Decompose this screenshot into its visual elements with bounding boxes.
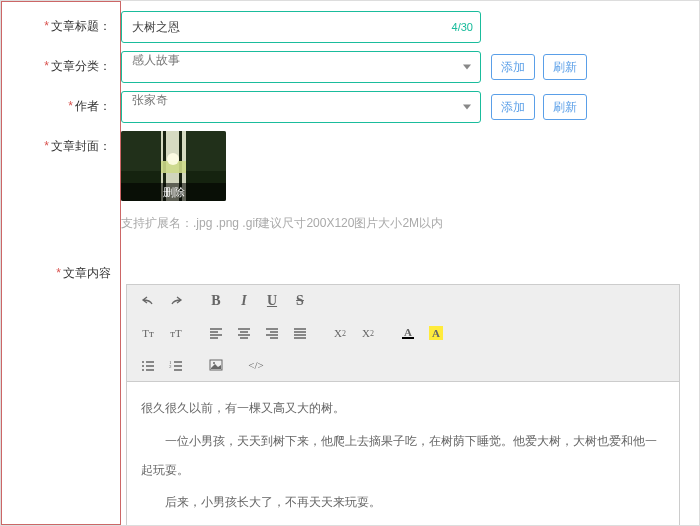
editor-content-area[interactable]: 很久很久以前，有一棵又高又大的树。 一位小男孩，天天到树下来，他爬上去摘果子吃，… — [127, 382, 679, 526]
svg-point-10 — [142, 365, 144, 367]
cover-thumbnail[interactable]: 删除 — [121, 131, 226, 201]
labels-highlight-box — [1, 1, 121, 525]
add-author-button[interactable]: 添加 — [491, 94, 535, 120]
ordered-list-icon[interactable]: 12 — [165, 355, 187, 375]
paragraph: 后来，小男孩长大了，不再天天来玩耍。 — [141, 488, 665, 517]
select-category[interactable]: 感人故事 — [121, 51, 481, 83]
strikethrough-button[interactable]: S — [289, 291, 311, 311]
align-justify-icon[interactable] — [289, 323, 311, 343]
font-color-button[interactable]: A — [397, 323, 419, 343]
align-center-icon[interactable] — [233, 323, 255, 343]
editor-toolbar: B I U S Tт тT X2 X2 — [127, 285, 679, 382]
paragraph: 一天他又来到树下，很伤心的样子。 — [141, 521, 665, 526]
svg-point-11 — [142, 369, 144, 371]
svg-point-15 — [213, 362, 215, 364]
svg-point-6 — [167, 153, 179, 165]
unordered-list-icon[interactable] — [137, 355, 159, 375]
image-button-icon[interactable] — [205, 355, 227, 375]
select-author[interactable]: 张家奇 — [121, 91, 481, 123]
refresh-category-button[interactable]: 刷新 — [543, 54, 587, 80]
align-left-icon[interactable] — [205, 323, 227, 343]
delete-cover-button[interactable]: 删除 — [121, 183, 226, 201]
cover-hint: 支持扩展名：.jpg .png .gif建议尺寸200X120图片大小2M以内 — [121, 215, 443, 232]
add-category-button[interactable]: 添加 — [491, 54, 535, 80]
undo-icon[interactable] — [137, 291, 159, 311]
paragraph: 很久很久以前，有一棵又高又大的树。 — [141, 394, 665, 423]
align-right-icon[interactable] — [261, 323, 283, 343]
input-title[interactable] — [121, 11, 481, 43]
form-container: *文章标题： 4/30 *文章分类： 感人故事 添加 刷新 *作者： 张家奇 — [0, 0, 700, 526]
title-char-count: 4/30 — [452, 21, 473, 33]
bold-button[interactable]: B — [205, 291, 227, 311]
superscript-button[interactable]: X2 — [357, 323, 379, 343]
redo-icon[interactable] — [165, 291, 187, 311]
font-size-button[interactable]: тT — [165, 323, 187, 343]
italic-button[interactable]: I — [233, 291, 255, 311]
refresh-author-button[interactable]: 刷新 — [543, 94, 587, 120]
code-button[interactable]: </> — [245, 355, 267, 375]
heading-button[interactable]: Tт — [137, 323, 159, 343]
underline-button[interactable]: U — [261, 291, 283, 311]
highlight-button[interactable]: A — [425, 323, 447, 343]
paragraph: 一位小男孩，天天到树下来，他爬上去摘果子吃，在树荫下睡觉。他爱大树，大树也爱和他… — [141, 427, 665, 485]
rich-text-editor: B I U S Tт тT X2 X2 — [126, 284, 680, 526]
subscript-button[interactable]: X2 — [329, 323, 351, 343]
svg-point-9 — [142, 361, 144, 363]
svg-text:2: 2 — [169, 364, 172, 369]
